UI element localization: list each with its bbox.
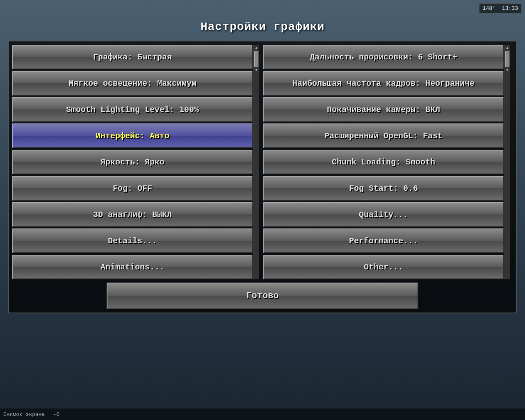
brightness-button[interactable]: Яркость: Ярко (12, 150, 253, 174)
dialog-title: Настройки графики (201, 21, 325, 33)
anaglyph-button[interactable]: 3D анаглиф: ВЫКЛ (12, 202, 253, 227)
right-scroll-down-arrow[interactable]: ▼ (505, 68, 509, 72)
details-label: Details... (108, 236, 157, 246)
smooth-lighting-label: Мягкое освещение: Максимум (68, 79, 196, 88)
left-scrollbar[interactable]: ▲ ▼ (253, 45, 259, 279)
performance-button[interactable]: Performance... (263, 228, 504, 253)
scroll-thumb[interactable] (254, 51, 258, 67)
right-scroll-up-arrow[interactable]: ▲ (505, 46, 509, 50)
other-label: Other... (364, 262, 403, 272)
smooth-lighting-button[interactable]: Мягкое освещение: Максимум (12, 71, 253, 96)
other-button[interactable]: Other... (263, 255, 504, 279)
details-button[interactable]: Details... (12, 228, 253, 253)
left-buttons: Графика: БыстраяМягкое освещение: Максим… (12, 45, 253, 279)
done-row: Готово (12, 281, 513, 309)
opengl-label: Расширенный OpenGL: Fast (324, 131, 443, 141)
fog-start-button[interactable]: Fog Start: 0.6 (263, 176, 504, 201)
left-column: Графика: БыстраяМягкое освещение: Максим… (12, 45, 262, 279)
scroll-up-arrow[interactable]: ▲ (254, 46, 258, 50)
chunk-loading-label: Chunk Loading: Smooth (332, 158, 435, 167)
smooth-lighting-level-button[interactable]: Smooth Lighting Level: 100% (12, 97, 253, 122)
status-bar: Снимок экрана -0 (0, 409, 525, 420)
dialog-panel: Графика: БыстраяМягкое освещение: Максим… (8, 41, 517, 313)
done-button[interactable]: Готово (107, 283, 418, 309)
max-fps-button[interactable]: Наибольшая частота кадров: Неограниче (263, 71, 504, 96)
screenshot-label: Снимок экрана (3, 411, 45, 418)
animations-label: Animations... (100, 262, 164, 272)
interface-button[interactable]: Интерфейс: Авто (12, 123, 253, 148)
coords-label: -0 (53, 411, 59, 418)
left-col-scroll: Графика: БыстраяМягкое освещение: Максим… (12, 45, 262, 279)
settings-dialog: Настройки графики Графика: БыстраяМягкое… (0, 0, 525, 420)
settings-grid: Графика: БыстраяМягкое освещение: Максим… (12, 45, 513, 279)
camera-bob-button[interactable]: Покачивание камеры: ВКЛ (263, 97, 504, 122)
right-column: Дальность прорисовки: 6 Short+Наибольшая… (263, 45, 513, 279)
chunk-loading-button[interactable]: Chunk Loading: Smooth (263, 150, 504, 174)
right-scrollbar[interactable]: ▲ ▼ (504, 45, 510, 279)
fog-label: Fog: OFF (113, 184, 152, 193)
smooth-lighting-level-label: Smooth Lighting Level: 100% (66, 105, 199, 114)
opengl-button[interactable]: Расширенный OpenGL: Fast (263, 123, 504, 148)
fog-button[interactable]: Fog: OFF (12, 176, 253, 201)
render-distance-button[interactable]: Дальность прорисовки: 6 Short+ (263, 45, 504, 69)
scroll-down-arrow[interactable]: ▼ (254, 68, 258, 72)
performance-label: Performance... (349, 236, 418, 246)
max-fps-label: Наибольшая частота кадров: Неограниче (292, 79, 475, 88)
right-col-scroll: Дальность прорисовки: 6 Short+Наибольшая… (263, 45, 513, 279)
fog-start-label: Fog Start: 0.6 (349, 184, 418, 193)
right-scroll-thumb[interactable] (505, 51, 509, 67)
graphics-button[interactable]: Графика: Быстрая (12, 45, 253, 69)
quality-label: Quality... (359, 210, 408, 219)
quality-button[interactable]: Quality... (263, 202, 504, 227)
right-buttons: Дальность прорисовки: 6 Short+Наибольшая… (263, 45, 504, 279)
interface-label: Интерфейс: Авто (96, 131, 169, 141)
brightness-label: Яркость: Ярко (100, 158, 164, 167)
animations-button[interactable]: Animations... (12, 255, 253, 279)
render-distance-label: Дальность прорисовки: 6 Short+ (310, 52, 457, 62)
anaglyph-label: 3D анаглиф: ВЫКЛ (93, 210, 172, 219)
camera-bob-label: Покачивание камеры: ВКЛ (327, 105, 440, 114)
graphics-label: Графика: Быстрая (93, 52, 172, 62)
